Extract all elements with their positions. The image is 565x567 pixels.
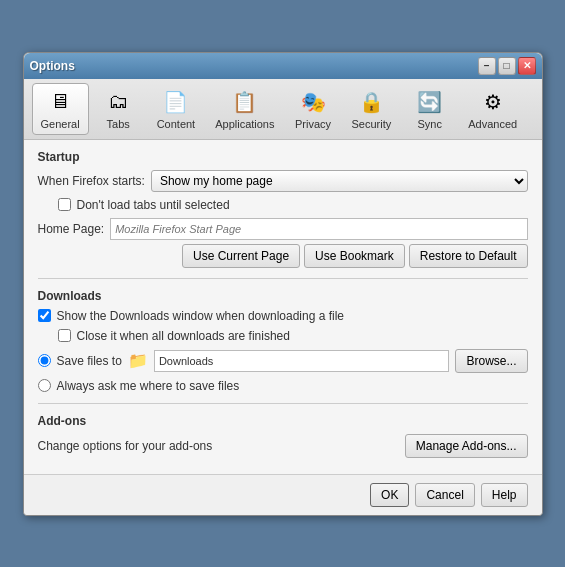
tab-tabs[interactable]: 🗂 Tabs: [91, 83, 146, 135]
sync-icon: 🔄: [416, 88, 444, 116]
dont-load-checkbox[interactable]: [58, 198, 71, 211]
window-controls: – □ ✕: [478, 57, 536, 75]
applications-icon: 📋: [231, 88, 259, 116]
addons-section-label: Add-ons: [38, 414, 528, 428]
cancel-button[interactable]: Cancel: [415, 483, 474, 507]
window-title: Options: [30, 59, 75, 73]
show-downloads-row: Show the Downloads window when downloadi…: [38, 309, 528, 323]
tab-general[interactable]: 🖥 General: [32, 83, 89, 135]
tab-applications[interactable]: 📋 Applications: [206, 83, 283, 135]
addons-row: Change options for your add-ons Manage A…: [38, 434, 528, 458]
divider-2: [38, 403, 528, 404]
home-page-label: Home Page:: [38, 222, 105, 236]
tab-security-label: Security: [352, 118, 392, 130]
startup-section-label: Startup: [38, 150, 528, 164]
tab-privacy-label: Privacy: [295, 118, 331, 130]
tab-security[interactable]: 🔒 Security: [343, 83, 401, 135]
folder-icon: 📁: [128, 351, 148, 370]
titlebar: Options – □ ✕: [24, 53, 542, 79]
home-page-buttons: Use Current Page Use Bookmark Restore to…: [38, 244, 528, 268]
home-page-row: Home Page:: [38, 218, 528, 240]
tab-content-label: Content: [157, 118, 196, 130]
tab-content[interactable]: 📄 Content: [148, 83, 205, 135]
when-label: When Firefox starts:: [38, 174, 145, 188]
security-icon: 🔒: [357, 88, 385, 116]
show-downloads-checkbox[interactable]: [38, 309, 51, 322]
browse-button[interactable]: Browse...: [455, 349, 527, 373]
ok-button[interactable]: OK: [370, 483, 409, 507]
close-when-row: Close it when all downloads are finished: [58, 329, 528, 343]
tab-advanced-label: Advanced: [468, 118, 517, 130]
use-current-page-button[interactable]: Use Current Page: [182, 244, 300, 268]
tab-advanced[interactable]: ⚙ Advanced: [459, 83, 526, 135]
save-files-radio[interactable]: [38, 354, 51, 367]
main-content: Startup When Firefox starts: Show my hom…: [24, 140, 542, 474]
save-path-input[interactable]: [154, 350, 450, 372]
manage-addons-button[interactable]: Manage Add-ons...: [405, 434, 528, 458]
tabs-icon: 🗂: [104, 88, 132, 116]
tab-privacy[interactable]: 🎭 Privacy: [286, 83, 341, 135]
save-label: Save files to: [57, 354, 122, 368]
advanced-icon: ⚙: [479, 88, 507, 116]
dont-load-row: Don't load tabs until selected: [58, 198, 528, 212]
change-addons-label: Change options for your add-ons: [38, 439, 213, 453]
always-ask-label: Always ask me where to save files: [57, 379, 240, 393]
always-ask-row: Always ask me where to save files: [38, 379, 528, 393]
tab-general-label: General: [41, 118, 80, 130]
help-button[interactable]: Help: [481, 483, 528, 507]
close-when-checkbox[interactable]: [58, 329, 71, 342]
minimize-button[interactable]: –: [478, 57, 496, 75]
footer: OK Cancel Help: [24, 474, 542, 515]
tab-tabs-label: Tabs: [107, 118, 130, 130]
tab-applications-label: Applications: [215, 118, 274, 130]
divider-1: [38, 278, 528, 279]
close-button[interactable]: ✕: [518, 57, 536, 75]
use-bookmark-button[interactable]: Use Bookmark: [304, 244, 405, 268]
options-toolbar: 🖥 General 🗂 Tabs 📄 Content 📋 Application…: [24, 79, 542, 140]
home-page-input[interactable]: [110, 218, 527, 240]
maximize-button[interactable]: □: [498, 57, 516, 75]
close-when-label: Close it when all downloads are finished: [77, 329, 290, 343]
always-ask-radio[interactable]: [38, 379, 51, 392]
startup-row: When Firefox starts: Show my home page S…: [38, 170, 528, 192]
dont-load-label: Don't load tabs until selected: [77, 198, 230, 212]
restore-default-button[interactable]: Restore to Default: [409, 244, 528, 268]
show-downloads-label: Show the Downloads window when downloadi…: [57, 309, 345, 323]
downloads-section-label: Downloads: [38, 289, 528, 303]
options-window: Options – □ ✕ 🖥 General 🗂 Tabs 📄 Content…: [23, 52, 543, 516]
save-files-row: Save files to 📁 Browse...: [38, 349, 528, 373]
privacy-icon: 🎭: [299, 88, 327, 116]
startup-dropdown[interactable]: Show my home page Show a blank page Show…: [151, 170, 528, 192]
tab-sync-label: Sync: [418, 118, 442, 130]
content-icon: 📄: [162, 88, 190, 116]
general-icon: 🖥: [46, 88, 74, 116]
tab-sync[interactable]: 🔄 Sync: [402, 83, 457, 135]
